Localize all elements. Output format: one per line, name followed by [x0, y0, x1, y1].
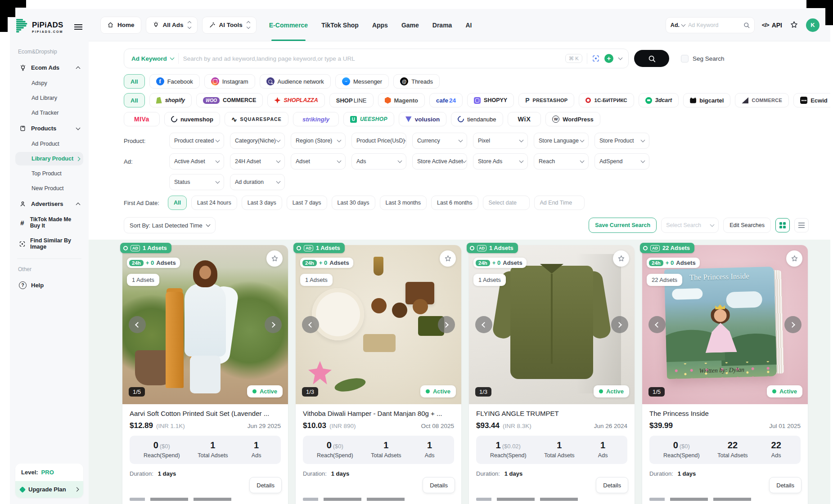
date-chip-last-30-days[interactable]: Last 30 days: [332, 196, 375, 210]
favorite-button[interactable]: [440, 250, 456, 267]
edit-searches-button[interactable]: Edit Searches: [723, 218, 771, 233]
select-store-product[interactable]: Store Product: [594, 133, 649, 149]
store-chip-cafe24[interactable]: cafe24: [429, 93, 463, 107]
store-chip-ecwid[interactable]: Ecwid: [793, 93, 830, 107]
seg-search-checkbox[interactable]: [681, 55, 689, 62]
select-region-store[interactable]: Region (Store): [291, 133, 346, 149]
store-chip-3dcart[interactable]: 3dcart: [639, 93, 679, 107]
next-image-button[interactable]: [265, 316, 282, 333]
sidebar-item-advertisers[interactable]: Advertisers: [15, 196, 83, 211]
select-status[interactable]: Status: [169, 174, 224, 190]
select-category-niche[interactable]: Category(Niche): [230, 133, 285, 149]
date-chip-all[interactable]: All: [168, 196, 187, 210]
sidebar-item-library-product[interactable]: Library Product: [15, 152, 83, 165]
select-store-ads[interactable]: Store Ads: [473, 153, 528, 169]
add-button[interactable]: +: [604, 54, 613, 63]
platform-chip-instagram[interactable]: Instagram: [204, 74, 255, 89]
sidebar-item-top-product[interactable]: Top Product: [15, 167, 83, 180]
select-product-price[interactable]: Product Price(UsD): [351, 133, 406, 149]
prev-image-button[interactable]: [648, 316, 666, 333]
select-adspend[interactable]: AdSpend: [594, 153, 649, 169]
product-title[interactable]: Aarvi Soft Cotton Printed Suit Set (Lave…: [130, 410, 281, 417]
sidebar-item-find-similar-by-image[interactable]: Find Similar By Image: [15, 234, 83, 254]
product-card[interactable]: AD 1 Adsets 24h + 0 Adsets 1 Adsets: [469, 245, 635, 504]
details-button[interactable]: Details: [249, 477, 282, 493]
all-ads-button[interactable]: All Ads: [146, 17, 198, 34]
select-pixel[interactable]: Pixel: [473, 133, 528, 149]
ai-tools-button[interactable]: AI Tools: [202, 17, 257, 34]
next-image-button[interactable]: [611, 316, 628, 333]
prev-image-button[interactable]: [302, 316, 319, 333]
next-image-button[interactable]: [438, 316, 455, 333]
sidebar-item-ecom-ads[interactable]: Ecom Ads: [15, 60, 83, 75]
store-chip-prestashop[interactable]: PPRESTASHOP: [518, 93, 574, 107]
store-chip-shopline[interactable]: SHOPLINE: [329, 93, 374, 107]
sidebar-item-ad-library[interactable]: Ad Library: [15, 91, 83, 105]
select-ad-duration[interactable]: Ad duration: [230, 174, 285, 190]
main-search-input[interactable]: [183, 55, 561, 62]
prev-image-button[interactable]: [475, 316, 492, 333]
tab-drama[interactable]: Drama: [432, 22, 452, 29]
home-button[interactable]: Home: [100, 17, 141, 34]
select-search-dropdown[interactable]: Select Search: [661, 218, 719, 233]
search-options-chevron[interactable]: [618, 57, 623, 60]
select-adset[interactable]: Adset: [291, 153, 346, 169]
ad-end-time-input[interactable]: Ad End Time: [534, 196, 585, 210]
store-chip-strikingly[interactable]: strikingly: [293, 112, 339, 126]
product-card[interactable]: AD 1 Adsets 24h + 0 Adsets 1 Adsets: [296, 245, 461, 504]
product-title[interactable]: The Princess Inside: [649, 410, 801, 417]
quick-search-input[interactable]: [688, 22, 740, 28]
store-chip-volusion[interactable]: volusion: [399, 112, 447, 126]
store-chip-bigcartel[interactable]: bigcartel: [683, 93, 730, 107]
store-chip-ueeshop[interactable]: UEESHOP: [343, 112, 394, 126]
store-chip-miva[interactable]: MIVa: [124, 112, 160, 126]
tab-tiktok-shop[interactable]: TikTok Shop: [321, 22, 359, 29]
store-chip-squarespace[interactable]: ∿SQUARESPACE: [225, 112, 288, 126]
search-scope-select[interactable]: Ad Keyword: [131, 55, 174, 62]
list-view-toggle[interactable]: [794, 218, 809, 232]
platform-chip-all[interactable]: All: [124, 74, 145, 89]
date-chip-last-7-days[interactable]: Last 7 days: [287, 196, 327, 210]
sidebar-item-ad-product[interactable]: Ad Product: [15, 137, 83, 151]
store-chip-all[interactable]: All: [124, 93, 145, 107]
tab-ai[interactable]: AI: [465, 22, 472, 29]
sidebar-item-adspy[interactable]: Adspy: [15, 76, 83, 90]
store-chip-shoplazza[interactable]: SHOPLAZZA: [267, 93, 324, 107]
product-title[interactable]: FLYING ANGLE TRUMPET: [476, 410, 627, 417]
store-chip-wix[interactable]: WiX: [508, 112, 541, 126]
select-product-created[interactable]: Product created: [169, 133, 224, 149]
sidebar-item-products[interactable]: Products: [15, 121, 83, 136]
sidebar-item-ad-tracker[interactable]: Ad Tracker: [15, 106, 83, 120]
api-link[interactable]: </> API: [762, 22, 782, 29]
quick-search-scope[interactable]: Ad.: [671, 22, 685, 28]
tab-apps[interactable]: Apps: [372, 22, 388, 29]
select-date-input[interactable]: Select date: [483, 196, 530, 210]
select-store-active-adset[interactable]: Store Active Adset: [412, 153, 467, 169]
store-chip-nuvemshop[interactable]: nuvemshop: [164, 112, 220, 126]
product-title[interactable]: Vithoba Diwali Hamper - Dant Manjan 80g …: [303, 410, 454, 417]
date-chip-last-3-days[interactable]: Last 3 days: [242, 196, 282, 210]
platform-chip-facebook[interactable]: Facebook: [149, 74, 200, 89]
pipiads-logo-icon[interactable]: [16, 19, 29, 35]
favorite-button[interactable]: [266, 250, 283, 267]
store-chip-bigcommerce[interactable]: COMMERCE: [735, 93, 789, 107]
next-image-button[interactable]: [784, 316, 801, 333]
sort-by-button[interactable]: Sort By: Last Detected Time: [124, 217, 216, 233]
user-avatar[interactable]: K: [806, 18, 819, 32]
product-card[interactable]: AD 1 Adsets 24h + 0 Adsets 1 Adsets: [122, 245, 288, 504]
tab-game[interactable]: Game: [401, 22, 419, 29]
platform-chip-audience-network[interactable]: Audience network: [260, 74, 331, 89]
store-chip-shopyy[interactable]: SHOPYY: [467, 93, 514, 107]
product-card[interactable]: The Princess Inside Written by: Dylan AD…: [642, 245, 808, 504]
store-chip-wordpress[interactable]: WordPress: [545, 112, 600, 126]
sidebar-item-help[interactable]: ? Help: [15, 278, 83, 293]
quick-search[interactable]: Ad.: [666, 17, 755, 33]
date-chip-last-6-months[interactable]: Last 6 months: [431, 196, 478, 210]
brand-wordmark[interactable]: PiPiADS PIPIADS.COM: [32, 21, 63, 33]
favorite-button[interactable]: [786, 250, 802, 267]
platform-chip-messenger[interactable]: Messenger: [335, 74, 389, 89]
store-chip-magento[interactable]: Magento: [378, 93, 425, 107]
favorite-button[interactable]: [613, 250, 629, 267]
store-chip-tiendanube[interactable]: tiendanube: [451, 112, 503, 126]
date-chip-last-3-months[interactable]: Last 3 months: [380, 196, 427, 210]
